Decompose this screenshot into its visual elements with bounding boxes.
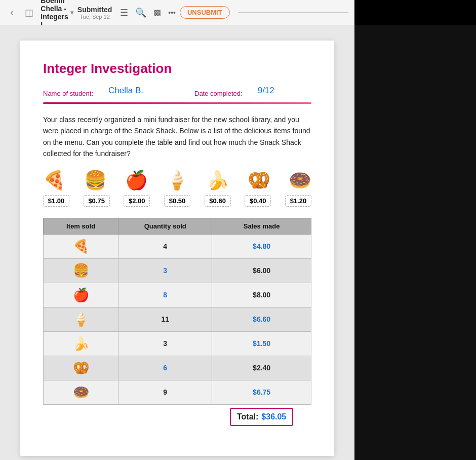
food-icon-6: 🍩: [289, 170, 311, 191]
price-box-4: $0.60: [205, 195, 231, 207]
table-cell-sales: $1.50: [212, 331, 311, 356]
date-label: Date completed:: [194, 90, 243, 97]
table-row: 🍔3$6.00: [44, 258, 311, 283]
table-row: 🍦11$6.60: [44, 307, 311, 331]
table-row: 🍌3$1.50: [44, 331, 311, 356]
document-area: Integer Investigation Name of student: C…: [0, 25, 354, 460]
table-cell-sales: $4.80: [212, 234, 311, 258]
table-cell-quantity: 9: [118, 380, 212, 404]
price-box-5: $0.40: [245, 195, 271, 207]
food-icon-2: 🍎: [125, 170, 148, 191]
submitted-date: Tue, Sep 12: [80, 14, 110, 20]
airplay-icon[interactable]: ▩: [153, 8, 161, 17]
table-cell-icon: 🍦: [44, 307, 118, 331]
title-dropdown-icon[interactable]: ▾: [70, 9, 73, 16]
table-cell-sales: $6.00: [212, 258, 311, 283]
price-box-3: $0.50: [164, 195, 190, 207]
food-icon-4: 🍌: [207, 170, 229, 191]
submitted-block: Submitted Tue, Sep 12: [77, 6, 112, 20]
table-cell-quantity: 8: [118, 283, 212, 307]
table-cell-sales: $6.60: [212, 307, 311, 331]
total-cell: Total: $36.05: [212, 404, 311, 429]
list-icon[interactable]: ☰: [120, 7, 128, 18]
table-cell-icon: 🍔: [44, 258, 118, 283]
food-icon-3: 🍦: [166, 170, 188, 191]
page-title: Integer Investigation: [43, 61, 311, 76]
toolbar-icons: ☰ 🔍 ▩ •••: [120, 7, 176, 18]
table-cell-icon: 🍎: [44, 283, 118, 307]
price-boxes-row: $1.00$0.75$2.00$0.50$0.60$0.40$1.20: [43, 195, 311, 207]
search-icon[interactable]: 🔍: [135, 7, 146, 18]
table-cell-sales: $6.75: [212, 380, 311, 404]
col-header-sales: Sales made: [212, 218, 311, 234]
total-empty-1: [44, 404, 118, 429]
total-label: Total:: [237, 412, 258, 421]
table-cell-quantity: 6: [118, 356, 212, 380]
table-cell-sales: $8.00: [212, 283, 311, 307]
document-title-block: Boehm Chella - Integers I... ▾: [41, 0, 73, 29]
food-icon-0: 🍕: [43, 170, 66, 191]
top-bar-line: [238, 12, 348, 13]
data-table: Item sold Quantity sold Sales made 🍕4$4.…: [43, 218, 311, 429]
food-icon-5: 🥨: [248, 170, 270, 191]
table-cell-quantity: 11: [118, 307, 212, 331]
table-cell-icon: 🍩: [44, 380, 118, 404]
table-row: 🍩9$6.75: [44, 380, 311, 404]
total-value: $36.05: [261, 412, 286, 421]
table-cell-icon: 🍕: [44, 234, 118, 258]
total-box: Total: $36.05: [230, 408, 293, 426]
student-date-row: Name of student: Chella B. Date complete…: [43, 86, 311, 97]
total-row: Total: $36.05: [44, 404, 311, 429]
student-label: Name of student:: [43, 90, 93, 97]
table-row: 🍕4$4.80: [44, 234, 311, 258]
food-icon-1: 🍔: [84, 170, 107, 191]
panel-toggle-icon[interactable]: ◫: [22, 5, 36, 20]
document-page: Integer Investigation Name of student: C…: [20, 41, 334, 456]
table-cell-quantity: 4: [118, 234, 212, 258]
table-body: 🍕4$4.80🍔3$6.00🍎8$8.00🍦11$6.60🍌3$1.50🥨6$2…: [44, 234, 311, 429]
table-row: 🍎8$8.00: [44, 283, 311, 307]
back-button[interactable]: ‹: [6, 4, 18, 21]
header-row: Item sold Quantity sold Sales made: [44, 218, 311, 234]
body-text: Your class recently organized a mini fun…: [43, 114, 311, 160]
right-panel: [354, 25, 476, 460]
total-empty-2: [118, 404, 212, 429]
table-cell-icon: 🥨: [44, 356, 118, 380]
top-bar: ‹ ◫ Boehm Chella - Integers I... ▾ Submi…: [0, 0, 354, 25]
table-cell-sales: $2.40: [212, 356, 311, 380]
date-value: 9/12: [258, 86, 298, 97]
document-title: Boehm Chella - Integers I...: [41, 0, 68, 29]
table-cell-icon: 🍌: [44, 331, 118, 356]
table-header: Item sold Quantity sold Sales made: [44, 218, 311, 234]
col-header-item: Item sold: [44, 218, 118, 234]
student-value: Chella B.: [108, 86, 179, 97]
unsubmit-button[interactable]: UNSUBMIT: [180, 6, 230, 19]
price-box-6: $1.20: [285, 195, 311, 207]
col-header-quantity: Quantity sold: [118, 218, 212, 234]
table-cell-quantity: 3: [118, 331, 212, 356]
price-box-1: $0.75: [84, 195, 110, 207]
price-box-0: $1.00: [43, 195, 69, 207]
table-cell-quantity: 3: [118, 258, 212, 283]
submitted-label: Submitted: [77, 6, 112, 14]
table-row: 🥨6$2.40: [44, 356, 311, 380]
food-icons-row: 🍕🍔🍎🍦🍌🥨🍩: [43, 170, 311, 191]
divider: [43, 102, 311, 104]
price-box-2: $2.00: [124, 195, 150, 207]
more-icon[interactable]: •••: [168, 9, 176, 17]
main-layout: Integer Investigation Name of student: C…: [0, 25, 476, 460]
